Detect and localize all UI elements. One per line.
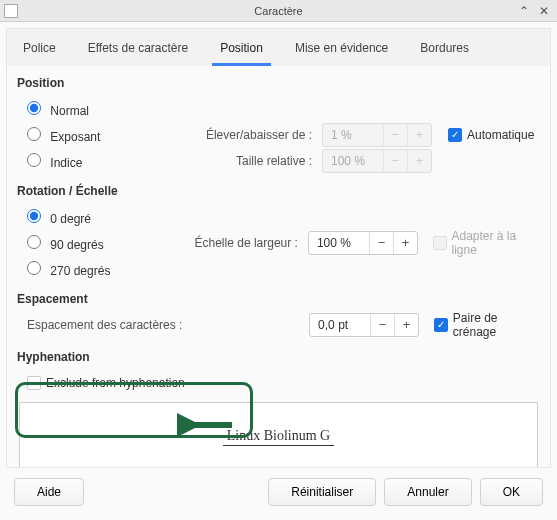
raise-increment: +: [407, 124, 431, 146]
spacing-increment[interactable]: +: [394, 314, 418, 336]
button-bar: Aide Réinitialiser Annuler OK: [6, 468, 551, 514]
kerning-check-icon: [434, 318, 447, 332]
label-relative: Taille relative :: [157, 154, 322, 168]
label-normal: Normal: [50, 104, 89, 118]
check-exclude-hyphenation[interactable]: Exclude from hyphenation: [27, 376, 185, 390]
radio-270deg[interactable]: [27, 261, 41, 275]
tab-bar: Police Effets de caractère Position Mise…: [6, 28, 551, 66]
window-title: Caractère: [254, 5, 302, 17]
section-rotation-title: Rotation / Échelle: [17, 184, 540, 198]
position-group: Normal Exposant Élever/abaisser de : − +…: [17, 96, 540, 174]
label-raise: Élever/abaisser de :: [157, 128, 322, 142]
tab-effets[interactable]: Effets de caractère: [80, 35, 197, 66]
label-auto: Automatique: [467, 128, 534, 142]
input-relative: [323, 154, 383, 168]
dialog-body: Police Effets de caractère Position Mise…: [0, 22, 557, 520]
check-auto[interactable]: Automatique: [448, 128, 534, 142]
raise-decrement: −: [383, 124, 407, 146]
app-icon: [4, 4, 18, 18]
label-0deg: 0 degré: [50, 212, 91, 226]
check-fit: Adapter à la ligne: [433, 229, 540, 257]
cancel-button[interactable]: Annuler: [384, 478, 471, 506]
input-raise: [323, 128, 383, 142]
relative-decrement: −: [383, 150, 407, 172]
scale-decrement[interactable]: −: [369, 232, 393, 254]
preview-text: Linux Biolinum G: [223, 428, 334, 446]
font-preview: Linux Biolinum G: [19, 402, 538, 468]
spin-spacing[interactable]: − +: [309, 313, 419, 337]
label-indice: Indice: [50, 156, 82, 170]
radio-normal[interactable]: [27, 101, 41, 115]
spin-relative: − +: [322, 149, 432, 173]
exclude-check-icon: [27, 376, 41, 390]
radio-exposant[interactable]: [27, 127, 41, 141]
fit-check-icon: [433, 236, 446, 250]
spin-raise: − +: [322, 123, 432, 147]
minimize-icon[interactable]: ⌃: [519, 4, 529, 18]
input-spacing[interactable]: [310, 318, 370, 332]
tab-position[interactable]: Position: [212, 35, 271, 66]
label-exposant: Exposant: [50, 130, 100, 144]
content-area: Position Normal Exposant Élever/abaisser…: [6, 66, 551, 468]
label-fit: Adapter à la ligne: [452, 229, 540, 257]
input-scale[interactable]: [309, 236, 369, 250]
reset-button[interactable]: Réinitialiser: [268, 478, 376, 506]
tab-bordures[interactable]: Bordures: [412, 35, 477, 66]
close-icon[interactable]: ✕: [539, 4, 549, 18]
spacing-decrement[interactable]: −: [370, 314, 394, 336]
label-scale: Échelle de largeur :: [151, 236, 308, 250]
section-position-title: Position: [17, 76, 540, 90]
section-spacing-title: Espacement: [17, 292, 540, 306]
rotation-group: 0 degré 90 degrés Échelle de largeur : −…: [17, 204, 540, 282]
label-90deg: 90 degrés: [50, 238, 103, 252]
radio-0deg[interactable]: [27, 209, 41, 223]
radio-indice[interactable]: [27, 153, 41, 167]
ok-button[interactable]: OK: [480, 478, 543, 506]
tab-mise[interactable]: Mise en évidence: [287, 35, 396, 66]
label-270deg: 270 degrés: [50, 264, 110, 278]
section-hyphenation-title: Hyphenation: [17, 350, 540, 364]
label-kerning: Paire de crénage: [453, 311, 540, 339]
check-icon: [448, 128, 462, 142]
titlebar: Caractère ⌃ ✕: [0, 0, 557, 22]
label-exclude: Exclude from hyphenation: [46, 376, 185, 390]
relative-increment: +: [407, 150, 431, 172]
scale-increment[interactable]: +: [393, 232, 417, 254]
radio-90deg[interactable]: [27, 235, 41, 249]
help-button[interactable]: Aide: [14, 478, 84, 506]
spin-scale[interactable]: − +: [308, 231, 418, 255]
tab-police[interactable]: Police: [15, 35, 64, 66]
label-charspacing: Espacement des caractères :: [27, 318, 309, 332]
check-kerning[interactable]: Paire de crénage: [434, 311, 540, 339]
